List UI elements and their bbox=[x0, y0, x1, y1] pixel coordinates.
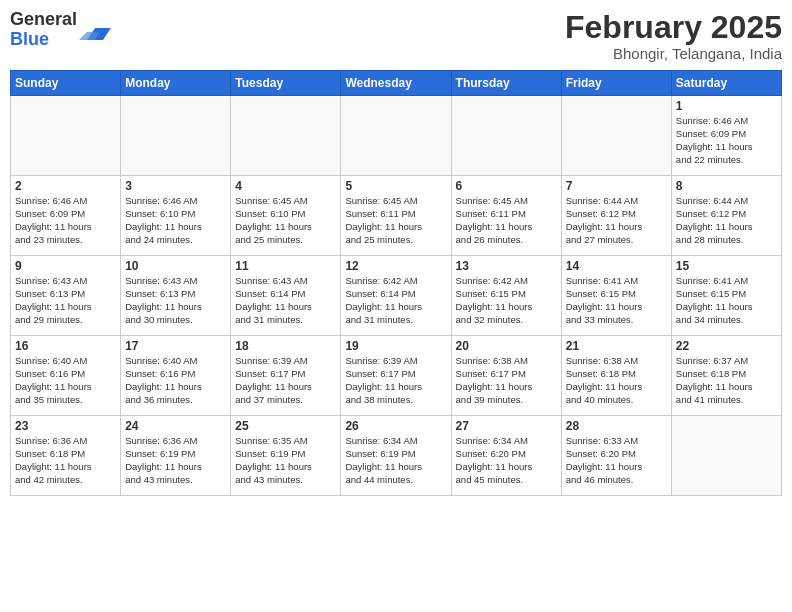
day-number: 28 bbox=[566, 419, 667, 433]
day-info: Sunrise: 6:36 AMSunset: 6:18 PMDaylight:… bbox=[15, 435, 116, 486]
col-thursday: Thursday bbox=[451, 71, 561, 96]
calendar-cell: 27Sunrise: 6:34 AMSunset: 6:20 PMDayligh… bbox=[451, 416, 561, 496]
day-info: Sunrise: 6:37 AMSunset: 6:18 PMDaylight:… bbox=[676, 355, 777, 406]
week-row-4: 23Sunrise: 6:36 AMSunset: 6:18 PMDayligh… bbox=[11, 416, 782, 496]
calendar-cell: 19Sunrise: 6:39 AMSunset: 6:17 PMDayligh… bbox=[341, 336, 451, 416]
calendar-cell bbox=[671, 416, 781, 496]
day-number: 17 bbox=[125, 339, 226, 353]
calendar-cell: 16Sunrise: 6:40 AMSunset: 6:16 PMDayligh… bbox=[11, 336, 121, 416]
calendar-cell: 1Sunrise: 6:46 AMSunset: 6:09 PMDaylight… bbox=[671, 96, 781, 176]
day-number: 10 bbox=[125, 259, 226, 273]
calendar-table: Sunday Monday Tuesday Wednesday Thursday… bbox=[10, 70, 782, 496]
day-number: 2 bbox=[15, 179, 116, 193]
col-wednesday: Wednesday bbox=[341, 71, 451, 96]
day-info: Sunrise: 6:34 AMSunset: 6:20 PMDaylight:… bbox=[456, 435, 557, 486]
calendar-header: Sunday Monday Tuesday Wednesday Thursday… bbox=[11, 71, 782, 96]
logo-general: General bbox=[10, 10, 77, 30]
day-number: 21 bbox=[566, 339, 667, 353]
calendar-cell: 15Sunrise: 6:41 AMSunset: 6:15 PMDayligh… bbox=[671, 256, 781, 336]
day-number: 8 bbox=[676, 179, 777, 193]
day-number: 16 bbox=[15, 339, 116, 353]
day-number: 26 bbox=[345, 419, 446, 433]
day-info: Sunrise: 6:41 AMSunset: 6:15 PMDaylight:… bbox=[676, 275, 777, 326]
day-number: 24 bbox=[125, 419, 226, 433]
day-number: 25 bbox=[235, 419, 336, 433]
month-year: February 2025 bbox=[565, 10, 782, 45]
day-info: Sunrise: 6:45 AMSunset: 6:10 PMDaylight:… bbox=[235, 195, 336, 246]
calendar-cell: 17Sunrise: 6:40 AMSunset: 6:16 PMDayligh… bbox=[121, 336, 231, 416]
day-info: Sunrise: 6:39 AMSunset: 6:17 PMDaylight:… bbox=[235, 355, 336, 406]
calendar-cell: 2Sunrise: 6:46 AMSunset: 6:09 PMDaylight… bbox=[11, 176, 121, 256]
day-info: Sunrise: 6:44 AMSunset: 6:12 PMDaylight:… bbox=[676, 195, 777, 246]
header: General Blue February 2025 Bhongir, Tela… bbox=[10, 10, 782, 62]
calendar-cell: 13Sunrise: 6:42 AMSunset: 6:15 PMDayligh… bbox=[451, 256, 561, 336]
day-number: 7 bbox=[566, 179, 667, 193]
day-info: Sunrise: 6:43 AMSunset: 6:13 PMDaylight:… bbox=[15, 275, 116, 326]
calendar-cell: 25Sunrise: 6:35 AMSunset: 6:19 PMDayligh… bbox=[231, 416, 341, 496]
calendar-cell bbox=[11, 96, 121, 176]
calendar-cell: 22Sunrise: 6:37 AMSunset: 6:18 PMDayligh… bbox=[671, 336, 781, 416]
calendar-cell: 7Sunrise: 6:44 AMSunset: 6:12 PMDaylight… bbox=[561, 176, 671, 256]
calendar-body: 1Sunrise: 6:46 AMSunset: 6:09 PMDaylight… bbox=[11, 96, 782, 496]
calendar-cell: 8Sunrise: 6:44 AMSunset: 6:12 PMDaylight… bbox=[671, 176, 781, 256]
day-number: 23 bbox=[15, 419, 116, 433]
day-info: Sunrise: 6:42 AMSunset: 6:14 PMDaylight:… bbox=[345, 275, 446, 326]
calendar-cell: 20Sunrise: 6:38 AMSunset: 6:17 PMDayligh… bbox=[451, 336, 561, 416]
col-monday: Monday bbox=[121, 71, 231, 96]
header-row: Sunday Monday Tuesday Wednesday Thursday… bbox=[11, 71, 782, 96]
logo: General Blue bbox=[10, 10, 111, 50]
day-number: 1 bbox=[676, 99, 777, 113]
calendar-cell: 26Sunrise: 6:34 AMSunset: 6:19 PMDayligh… bbox=[341, 416, 451, 496]
day-number: 4 bbox=[235, 179, 336, 193]
day-number: 5 bbox=[345, 179, 446, 193]
day-info: Sunrise: 6:38 AMSunset: 6:18 PMDaylight:… bbox=[566, 355, 667, 406]
day-info: Sunrise: 6:46 AMSunset: 6:09 PMDaylight:… bbox=[676, 115, 777, 166]
calendar-cell: 5Sunrise: 6:45 AMSunset: 6:11 PMDaylight… bbox=[341, 176, 451, 256]
week-row-3: 16Sunrise: 6:40 AMSunset: 6:16 PMDayligh… bbox=[11, 336, 782, 416]
day-number: 14 bbox=[566, 259, 667, 273]
day-info: Sunrise: 6:45 AMSunset: 6:11 PMDaylight:… bbox=[345, 195, 446, 246]
calendar-cell bbox=[341, 96, 451, 176]
day-number: 13 bbox=[456, 259, 557, 273]
day-info: Sunrise: 6:45 AMSunset: 6:11 PMDaylight:… bbox=[456, 195, 557, 246]
calendar-cell: 28Sunrise: 6:33 AMSunset: 6:20 PMDayligh… bbox=[561, 416, 671, 496]
day-info: Sunrise: 6:42 AMSunset: 6:15 PMDaylight:… bbox=[456, 275, 557, 326]
calendar-cell: 4Sunrise: 6:45 AMSunset: 6:10 PMDaylight… bbox=[231, 176, 341, 256]
day-info: Sunrise: 6:38 AMSunset: 6:17 PMDaylight:… bbox=[456, 355, 557, 406]
logo-icon bbox=[79, 14, 111, 46]
calendar-cell: 18Sunrise: 6:39 AMSunset: 6:17 PMDayligh… bbox=[231, 336, 341, 416]
page: General Blue February 2025 Bhongir, Tela… bbox=[0, 0, 792, 612]
day-number: 15 bbox=[676, 259, 777, 273]
day-info: Sunrise: 6:35 AMSunset: 6:19 PMDaylight:… bbox=[235, 435, 336, 486]
day-info: Sunrise: 6:44 AMSunset: 6:12 PMDaylight:… bbox=[566, 195, 667, 246]
calendar-cell bbox=[121, 96, 231, 176]
week-row-2: 9Sunrise: 6:43 AMSunset: 6:13 PMDaylight… bbox=[11, 256, 782, 336]
day-number: 20 bbox=[456, 339, 557, 353]
day-info: Sunrise: 6:36 AMSunset: 6:19 PMDaylight:… bbox=[125, 435, 226, 486]
calendar-cell bbox=[561, 96, 671, 176]
logo-text: General Blue bbox=[10, 10, 77, 50]
day-number: 9 bbox=[15, 259, 116, 273]
col-saturday: Saturday bbox=[671, 71, 781, 96]
day-number: 27 bbox=[456, 419, 557, 433]
day-number: 12 bbox=[345, 259, 446, 273]
day-number: 11 bbox=[235, 259, 336, 273]
calendar-cell: 12Sunrise: 6:42 AMSunset: 6:14 PMDayligh… bbox=[341, 256, 451, 336]
calendar-cell: 6Sunrise: 6:45 AMSunset: 6:11 PMDaylight… bbox=[451, 176, 561, 256]
day-number: 19 bbox=[345, 339, 446, 353]
day-number: 3 bbox=[125, 179, 226, 193]
location: Bhongir, Telangana, India bbox=[565, 45, 782, 62]
day-number: 18 bbox=[235, 339, 336, 353]
calendar-cell: 24Sunrise: 6:36 AMSunset: 6:19 PMDayligh… bbox=[121, 416, 231, 496]
day-number: 6 bbox=[456, 179, 557, 193]
calendar-cell bbox=[231, 96, 341, 176]
calendar-cell bbox=[451, 96, 561, 176]
day-info: Sunrise: 6:43 AMSunset: 6:14 PMDaylight:… bbox=[235, 275, 336, 326]
calendar-cell: 21Sunrise: 6:38 AMSunset: 6:18 PMDayligh… bbox=[561, 336, 671, 416]
week-row-0: 1Sunrise: 6:46 AMSunset: 6:09 PMDaylight… bbox=[11, 96, 782, 176]
title-block: February 2025 Bhongir, Telangana, India bbox=[565, 10, 782, 62]
col-sunday: Sunday bbox=[11, 71, 121, 96]
day-info: Sunrise: 6:40 AMSunset: 6:16 PMDaylight:… bbox=[125, 355, 226, 406]
calendar-cell: 14Sunrise: 6:41 AMSunset: 6:15 PMDayligh… bbox=[561, 256, 671, 336]
day-info: Sunrise: 6:34 AMSunset: 6:19 PMDaylight:… bbox=[345, 435, 446, 486]
